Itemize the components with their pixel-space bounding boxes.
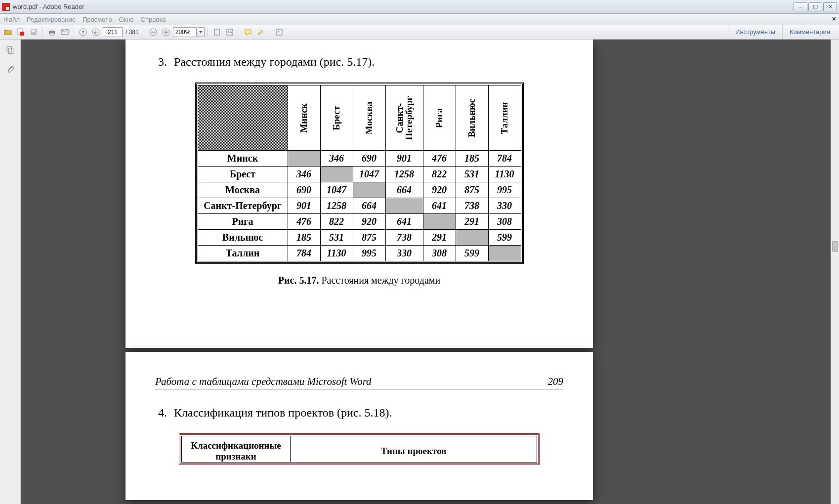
table-cell: 476 [423, 151, 456, 167]
zoom-dropdown-icon[interactable] [198, 27, 205, 37]
column-header: Москва [353, 85, 385, 151]
separator [270, 27, 270, 38]
separator [239, 27, 239, 38]
svg-rect-15 [8, 48, 13, 54]
table-cell: 690 [353, 151, 385, 167]
table-cell: 599 [488, 230, 521, 246]
column-header: Таллин [488, 85, 521, 151]
menu-help[interactable]: Справка [141, 16, 166, 23]
row-header: Рига [198, 214, 288, 230]
zoom-input[interactable] [173, 27, 197, 37]
comment-icon[interactable] [242, 26, 254, 38]
menu-view[interactable]: Просмотр [83, 16, 112, 23]
table-cell: 664 [385, 182, 423, 198]
table-cell: 346 [288, 167, 320, 182]
zoom-in-icon[interactable] [160, 26, 172, 38]
table-cell: 875 [353, 230, 385, 246]
comments-panel-button[interactable]: Комментарии [782, 25, 837, 40]
table-cell: 822 [320, 214, 353, 230]
zoom-out-icon[interactable] [147, 26, 159, 38]
column-header: Санкт-Петербург [385, 85, 423, 151]
table-cell: 995 [353, 246, 385, 261]
svg-rect-14 [7, 46, 11, 52]
table-cell: 346 [320, 151, 353, 167]
table-cell: 995 [488, 182, 521, 198]
figure-caption: Рис. 5.17. Расстояния между городами [155, 275, 563, 286]
list-text: Расстояния между городами (рис. 5.17). [174, 55, 375, 69]
save-icon[interactable] [28, 26, 40, 38]
read-mode-icon[interactable] [273, 26, 285, 38]
scrollbar-thumb[interactable] [832, 241, 838, 252]
svg-rect-11 [214, 29, 219, 35]
print-icon[interactable] [46, 26, 58, 38]
table-cell: 875 [456, 182, 488, 198]
table-cell: 901 [385, 151, 423, 167]
menu-window[interactable]: Окно [119, 16, 133, 23]
table-cell: 1258 [320, 198, 353, 214]
attachments-icon[interactable] [5, 64, 15, 74]
thumbnails-icon[interactable] [5, 45, 15, 55]
table-cell: 784 [488, 151, 521, 167]
distance-table: МинскБрестМоскваСанкт-ПетербургРигаВильн… [195, 83, 524, 264]
table-cell: 185 [456, 151, 488, 167]
page-up-icon[interactable] [77, 26, 89, 38]
close-button[interactable]: ✕ [823, 2, 837, 11]
minimize-button[interactable]: ─ [794, 2, 807, 11]
table-header: Классификационные признаки [182, 436, 291, 462]
table-cell: 476 [288, 214, 320, 230]
table-header: Типы проектов [291, 436, 537, 462]
table-cell: 690 [288, 182, 320, 198]
svg-rect-4 [50, 29, 54, 31]
table-cell: 641 [423, 198, 456, 214]
table-cell: 1130 [488, 167, 521, 182]
svg-rect-5 [50, 33, 54, 35]
row-header: Минск [198, 151, 288, 167]
row-header: Вильнюс [198, 230, 288, 246]
table-cell: 784 [288, 246, 320, 261]
table-cell [288, 151, 320, 167]
table-cell: 738 [456, 198, 488, 214]
running-header: Работа с таблицами средствами Microsoft … [155, 376, 563, 389]
table-cell: 1130 [320, 246, 353, 261]
menu-file[interactable]: Файл [4, 16, 20, 23]
table-cell: 920 [423, 182, 456, 198]
column-header: Минск [288, 85, 320, 151]
table-cell: 641 [385, 214, 423, 230]
highlight-icon[interactable] [255, 26, 267, 38]
list-text: Классификация типов проектов (рис. 5.18)… [174, 406, 392, 420]
running-title: Работа с таблицами средствами Microsoft … [155, 376, 372, 388]
tools-panel-button[interactable]: Инструменты [728, 25, 782, 40]
vertical-scrollbar[interactable] [831, 40, 839, 504]
menu-edit[interactable]: Редактирование [27, 16, 76, 23]
app-icon [2, 3, 10, 11]
fit-width-icon[interactable] [224, 26, 236, 38]
table-cell: 185 [288, 230, 320, 246]
table-cell: 738 [385, 230, 423, 246]
export-pdf-icon[interactable] [15, 26, 27, 38]
table-cell: 291 [423, 230, 456, 246]
page-down-icon[interactable] [90, 26, 102, 38]
document-viewport[interactable]: 3. Расстояния между городами (рис. 5.17)… [21, 40, 839, 504]
email-icon[interactable] [59, 26, 71, 38]
window-titlebar: word.pdf - Adobe Reader ─ ▢ ✕ [0, 0, 839, 14]
window-title: word.pdf - Adobe Reader [13, 3, 84, 10]
table-cell: 901 [288, 198, 320, 214]
row-header: Санкт-Петербург [198, 198, 288, 214]
separator [208, 27, 208, 38]
main-toolbar: / 381 Инструменты Комментарии [0, 25, 839, 40]
close-doc-icon[interactable]: × [832, 15, 836, 23]
page-number-input[interactable] [103, 27, 123, 37]
maximize-button[interactable]: ▢ [808, 2, 822, 11]
open-icon[interactable] [2, 26, 14, 38]
separator [144, 27, 144, 38]
table-cell: 531 [320, 230, 353, 246]
menu-bar: Файл Редактирование Просмотр Окно Справк… [0, 14, 839, 25]
table-cell: 599 [456, 246, 488, 261]
table-cell: 822 [423, 167, 456, 182]
list-number: 3. [155, 55, 174, 69]
table-cell: 308 [423, 246, 456, 261]
running-page-number: 209 [548, 376, 564, 388]
table-cell: 531 [456, 167, 488, 182]
fit-page-icon[interactable] [211, 26, 223, 38]
table-cell: 920 [353, 214, 385, 230]
